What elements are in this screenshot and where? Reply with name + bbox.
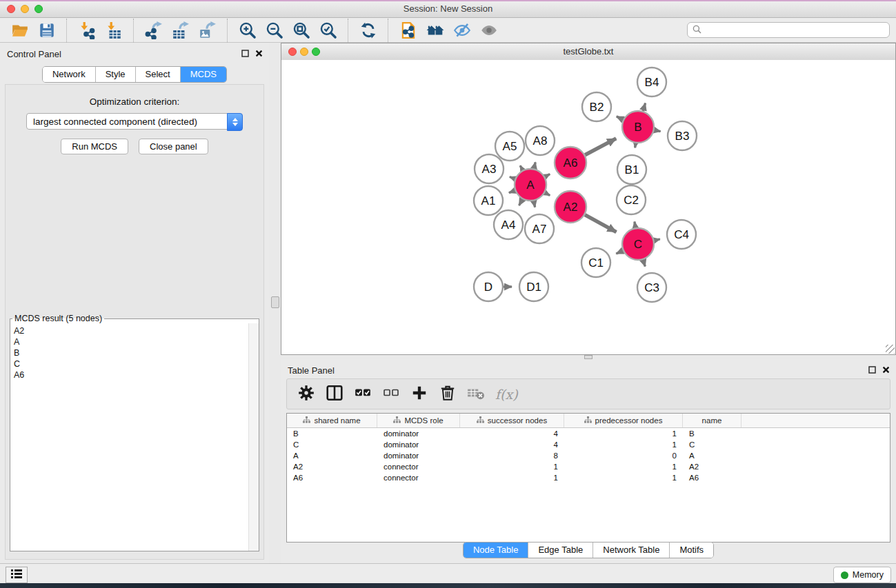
import-table-button[interactable] bbox=[100, 19, 127, 41]
select-all-columns-button[interactable] bbox=[354, 385, 372, 403]
table-panel-title: Table Panel bbox=[288, 365, 335, 376]
network-canvas[interactable]: B4B2BB3A8A5A6A3B1AA1C2A2A4A7C4CC1C3DD1 bbox=[281, 60, 895, 354]
table-tab-node-table[interactable]: Node Table bbox=[464, 543, 528, 558]
graph-node-A4[interactable]: A4 bbox=[494, 210, 523, 239]
run-mcds-button[interactable]: Run MCDS bbox=[61, 139, 128, 154]
close-panel-button[interactable]: Close panel bbox=[139, 139, 208, 154]
save-icon bbox=[38, 21, 56, 39]
graph-node-A[interactable]: A bbox=[515, 169, 546, 201]
graph-node-C1[interactable]: C1 bbox=[581, 248, 610, 277]
show-panels-button[interactable] bbox=[475, 19, 502, 41]
column-label: name bbox=[702, 416, 722, 425]
open-session-button[interactable] bbox=[6, 19, 33, 41]
graph-node-A1[interactable]: A1 bbox=[474, 186, 503, 215]
table-row[interactable]: Cdominator41C bbox=[287, 439, 890, 450]
tab-style[interactable]: Style bbox=[95, 67, 135, 82]
graph-node-D[interactable]: D bbox=[474, 272, 503, 301]
graph-node-C4[interactable]: C4 bbox=[667, 220, 696, 249]
search-input[interactable] bbox=[705, 25, 884, 36]
graph-node-A3[interactable]: A3 bbox=[475, 154, 504, 183]
table-settings-button[interactable] bbox=[297, 385, 315, 403]
graph-node-A5[interactable]: A5 bbox=[495, 132, 524, 161]
zoom-selected-button[interactable] bbox=[315, 19, 341, 41]
memory-button[interactable]: Memory bbox=[833, 567, 891, 583]
memory-label: Memory bbox=[853, 570, 884, 580]
graph-node-B3[interactable]: B3 bbox=[668, 121, 697, 150]
search-field[interactable] bbox=[687, 22, 890, 38]
table-tab-network-table[interactable]: Network Table bbox=[593, 543, 669, 558]
table-row[interactable]: Bdominator41B bbox=[287, 428, 890, 439]
hide-panels-button[interactable] bbox=[448, 19, 475, 41]
close-table-panel-icon[interactable] bbox=[882, 366, 890, 374]
graph-node-A7[interactable]: A7 bbox=[525, 214, 554, 243]
table-tab-motifs[interactable]: Motifs bbox=[669, 543, 713, 558]
network-zoom-button[interactable] bbox=[312, 48, 320, 56]
column-header-predecessor-nodes[interactable]: predecessor nodes bbox=[564, 414, 683, 427]
graph-node-B2[interactable]: B2 bbox=[582, 92, 611, 121]
column-header-successor-nodes[interactable]: successor nodes bbox=[460, 414, 564, 427]
table-row[interactable]: Adominator80A bbox=[287, 450, 890, 461]
export-table-button[interactable] bbox=[167, 19, 194, 41]
network-minimize-button[interactable] bbox=[300, 48, 308, 56]
resize-grip[interactable] bbox=[886, 345, 895, 354]
graph-node-B1[interactable]: B1 bbox=[617, 155, 646, 184]
search-icon bbox=[693, 24, 701, 37]
zoom-fit-button[interactable] bbox=[288, 19, 315, 41]
table-cell: dominator bbox=[377, 440, 460, 449]
graph-node-C3[interactable]: C3 bbox=[637, 273, 666, 302]
delete-columns-button[interactable] bbox=[439, 385, 457, 403]
graph-node-A8[interactable]: A8 bbox=[526, 126, 555, 155]
graph-node-A2[interactable]: A2 bbox=[555, 191, 586, 223]
select-stepper-icon bbox=[227, 113, 243, 131]
svg-text:D: D bbox=[484, 281, 492, 294]
toggle-column-view-button[interactable] bbox=[326, 385, 344, 403]
float-table-panel-icon[interactable] bbox=[868, 366, 876, 374]
network-overview-button[interactable] bbox=[421, 19, 448, 41]
vertical-splitter[interactable] bbox=[269, 43, 281, 563]
column-header-shared-name[interactable]: shared name bbox=[287, 414, 377, 427]
create-column-button[interactable] bbox=[410, 385, 428, 403]
mcds-result-box: MCDS result (5 nodes) A2ABCA6 bbox=[10, 314, 259, 551]
result-item[interactable]: C bbox=[14, 358, 248, 369]
close-panel-icon[interactable] bbox=[255, 50, 263, 57]
graph-node-B[interactable]: B bbox=[622, 111, 654, 143]
result-item[interactable]: A6 bbox=[14, 369, 248, 381]
result-scrollbar[interactable] bbox=[248, 323, 259, 551]
tab-network[interactable]: Network bbox=[43, 67, 95, 82]
table-cell: 0 bbox=[564, 452, 683, 460]
column-header-name[interactable]: name bbox=[683, 414, 741, 427]
deselect-all-columns-button[interactable] bbox=[382, 385, 400, 403]
splitter-handle[interactable] bbox=[271, 296, 279, 308]
tab-mcds[interactable]: MCDS bbox=[180, 67, 226, 82]
zoom-out-button[interactable] bbox=[261, 19, 288, 41]
import-network-button[interactable] bbox=[73, 19, 100, 41]
svg-text:A8: A8 bbox=[533, 134, 548, 148]
zoom-in-button[interactable] bbox=[234, 19, 261, 41]
table-row[interactable]: A6connector11A6 bbox=[287, 472, 890, 483]
graph-node-B4[interactable]: B4 bbox=[637, 68, 666, 97]
graph-node-D1[interactable]: D1 bbox=[519, 272, 548, 301]
zoom-fit-icon bbox=[292, 21, 310, 39]
float-panel-icon[interactable] bbox=[241, 50, 249, 57]
column-header-MCDS-role[interactable]: MCDS role bbox=[377, 414, 460, 427]
right-column: testGlobe.txt B4B2BB3A8A5A6A3B1AA1C2A2A4… bbox=[281, 43, 896, 563]
table-row[interactable]: A2connector11A2 bbox=[287, 461, 890, 472]
task-history-button[interactable] bbox=[6, 567, 28, 583]
criterion-select[interactable]: largest connected component (directed) bbox=[26, 113, 243, 130]
session-from-network-button[interactable] bbox=[395, 19, 421, 41]
graph-node-C[interactable]: C bbox=[622, 228, 654, 260]
export-network-button[interactable] bbox=[140, 19, 167, 41]
export-image-button[interactable] bbox=[194, 19, 221, 41]
network-close-button[interactable] bbox=[288, 48, 297, 56]
table-tab-edge-table[interactable]: Edge Table bbox=[528, 543, 593, 558]
result-item[interactable]: A bbox=[14, 336, 248, 347]
save-session-button[interactable] bbox=[33, 19, 60, 41]
tab-select[interactable]: Select bbox=[135, 67, 180, 82]
toolbar-separator bbox=[133, 19, 134, 42]
result-item[interactable]: B bbox=[14, 347, 248, 358]
table-cell: A6 bbox=[683, 474, 741, 482]
graph-node-A6[interactable]: A6 bbox=[555, 147, 586, 179]
graph-node-C2[interactable]: C2 bbox=[617, 185, 646, 214]
apply-preferred-layout-button[interactable] bbox=[355, 19, 381, 41]
result-item[interactable]: A2 bbox=[14, 325, 248, 336]
